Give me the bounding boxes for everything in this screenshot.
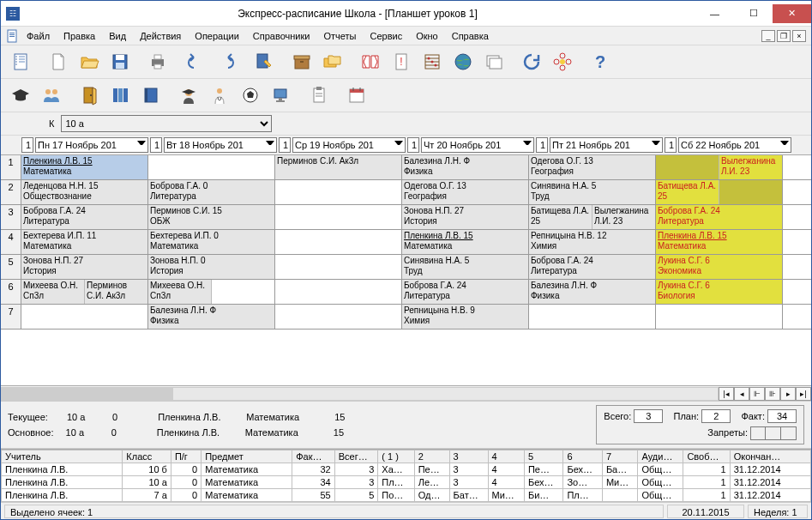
- mdi-close-button[interactable]: ×: [792, 30, 806, 42]
- chevron-down-icon[interactable]: [266, 141, 274, 149]
- schedule-cell[interactable]: [656, 305, 783, 329]
- lesson-slot[interactable]: Репницына Н.В. 9Химия: [402, 305, 528, 329]
- schedule-cell[interactable]: [275, 305, 402, 329]
- day-num-input-3[interactable]: [407, 137, 419, 153]
- lesson-slot[interactable]: [275, 305, 401, 329]
- lesson-slot[interactable]: Балезина Л.Н. ФФизика: [402, 155, 528, 179]
- schedule-cell[interactable]: Батищева Л.А. 25: [656, 180, 783, 204]
- lesson-slot[interactable]: Синявина Н.А. 5Труд: [529, 180, 655, 204]
- menu-2[interactable]: Вид: [102, 29, 133, 43]
- lesson-slot[interactable]: Перминов С.И. Ак3л: [85, 280, 147, 304]
- open-icon[interactable]: [75, 47, 104, 76]
- schedule-cell[interactable]: Пленкина Л.В. 15Математика: [656, 230, 783, 254]
- lesson-slot[interactable]: [275, 180, 401, 204]
- schedule-cell[interactable]: Одегова О.Г. 13География: [402, 180, 529, 204]
- lesson-slot[interactable]: Боброва Г.А. 24Литература: [21, 205, 147, 229]
- mdi-minimize-button[interactable]: _: [761, 30, 775, 42]
- lesson-slot[interactable]: Зонова Н.П. 0История: [148, 255, 274, 279]
- scroll-last-icon[interactable]: ▸|: [796, 387, 811, 401]
- lesson-slot[interactable]: Балезина Л.Н. ФФизика: [148, 305, 274, 329]
- schedule-cell[interactable]: Балезина Л.Н. ФФизика: [529, 280, 656, 304]
- schedule-cell[interactable]: Перминов С.И. 15ОБЖ: [148, 205, 275, 229]
- redo-icon[interactable]: [212, 47, 241, 76]
- maximize-button[interactable]: ☐: [734, 4, 773, 23]
- schedule-cell[interactable]: Батищева Л.А. 25Вылегжанина Л.И. 23: [529, 205, 656, 229]
- table-header[interactable]: 7: [602, 450, 638, 463]
- clipboard-icon[interactable]: [304, 81, 334, 110]
- lesson-slot[interactable]: Бехтерева И.П. 11Математика: [21, 230, 147, 254]
- lesson-slot[interactable]: Репницына Н.В. 12Химия: [529, 230, 655, 254]
- archive-icon[interactable]: [287, 47, 316, 76]
- day-num-input-0[interactable]: [21, 137, 33, 153]
- lesson-slot[interactable]: Пленкина Л.В. 15Математика: [656, 230, 782, 254]
- day-date-picker-0[interactable]: Пн 17 Ноябрь 201: [35, 137, 148, 153]
- document-alert-icon[interactable]: !: [387, 47, 416, 76]
- book-open-icon[interactable]: [356, 47, 385, 76]
- minimize-button[interactable]: —: [695, 4, 734, 23]
- schedule-cell[interactable]: [529, 305, 656, 329]
- chevron-down-icon[interactable]: [780, 141, 789, 149]
- lesson-slot[interactable]: Батищева Л.А. 25: [529, 205, 592, 229]
- lesson-slot[interactable]: Зонова Н.П. 27История: [402, 205, 528, 229]
- schedule-cell[interactable]: Вылегжанина Л.И. 23: [656, 155, 783, 179]
- lesson-slot[interactable]: Лукина С.Г. 6Биология: [656, 280, 782, 304]
- table-header[interactable]: П/г: [171, 450, 201, 463]
- lesson-slot[interactable]: Боброва Г.А. 24Литература: [529, 255, 655, 279]
- schedule-cell[interactable]: [21, 305, 148, 329]
- calendar-icon[interactable]: [342, 81, 371, 110]
- day-num-input-1[interactable]: [150, 137, 162, 153]
- refresh-icon[interactable]: [517, 47, 546, 76]
- day-date-picker-1[interactable]: Вт 18 Ноябрь 201: [164, 137, 277, 153]
- lesson-slot[interactable]: Зонова Н.П. 27История: [21, 255, 147, 279]
- lesson-slot[interactable]: Боброва Г.А. 0Литература: [148, 180, 274, 204]
- schedule-cell[interactable]: Зонова Н.П. 0История: [148, 255, 275, 279]
- lesson-slot[interactable]: Перминов С.И. Ак3л: [275, 155, 401, 179]
- schedule-cell[interactable]: Зонова Н.П. 27История: [402, 205, 529, 229]
- abacus-icon[interactable]: [418, 47, 447, 76]
- table-header[interactable]: 2: [414, 450, 449, 463]
- menu-3[interactable]: Действия: [133, 29, 188, 43]
- menu-7[interactable]: Сервис: [363, 29, 409, 43]
- lesson-slot[interactable]: [275, 205, 401, 229]
- lesson-slot[interactable]: Одегова О.Г. 13География: [529, 155, 655, 179]
- schedule-cell[interactable]: [275, 255, 402, 279]
- lesson-slot[interactable]: Одегова О.Г. 13География: [402, 180, 528, 204]
- schedule-cell[interactable]: Боброва Г.А. 24Литература: [529, 255, 656, 279]
- lesson-slot[interactable]: Синявина Н.А. 5Труд: [402, 255, 528, 279]
- day-num-input-4[interactable]: [536, 137, 548, 153]
- scroll-prev2-icon[interactable]: ⊩: [749, 387, 765, 401]
- schedule-cell[interactable]: Пленкина Л.В. 15Математика: [21, 155, 148, 179]
- day-num-input-5[interactable]: [665, 137, 677, 153]
- schedule-cell[interactable]: Лукина С.Г. 6Экономика: [656, 255, 783, 279]
- lesson-slot[interactable]: Вылегжанина Л.И. 23: [719, 155, 782, 179]
- lesson-slot[interactable]: [148, 155, 274, 179]
- menu-0[interactable]: Файл: [20, 29, 57, 43]
- scroll-prev-icon[interactable]: ◂: [734, 387, 749, 401]
- menu-4[interactable]: Операции: [188, 29, 245, 43]
- lesson-slot[interactable]: [529, 305, 655, 329]
- table-row[interactable]: Пленкина Л.В.10 а0Математика343Пл…Ле…34Б…: [2, 476, 811, 489]
- chevron-down-icon[interactable]: [137, 141, 146, 149]
- lesson-slot[interactable]: Боброва Г.А. 24Литература: [402, 280, 528, 304]
- students-icon[interactable]: [37, 81, 66, 110]
- table-header[interactable]: Класс: [123, 450, 171, 463]
- ban-cell-1[interactable]: [750, 426, 766, 440]
- graduate-person-icon[interactable]: [174, 81, 203, 110]
- table-header[interactable]: Своб…: [683, 450, 730, 463]
- schedule-cell[interactable]: Бехтерева И.П. 11Математика: [21, 230, 148, 254]
- menu-8[interactable]: Окно: [409, 29, 445, 43]
- schedule-cell[interactable]: Бехтерева И.П. 0Математика: [148, 230, 275, 254]
- graduation-cap-icon[interactable]: [6, 81, 35, 110]
- lesson-slot[interactable]: [719, 180, 782, 204]
- books-icon[interactable]: [105, 81, 135, 110]
- chevron-down-icon[interactable]: [652, 141, 660, 149]
- computer-icon[interactable]: [267, 81, 296, 110]
- schedule-cell[interactable]: Боброва Г.А. 24Литература: [656, 205, 783, 229]
- schedule-cell[interactable]: Синявина Н.А. 5Труд: [529, 180, 656, 204]
- class-select[interactable]: 10 а: [61, 115, 272, 132]
- lesson-slot[interactable]: Михеева О.Н. Сп3л: [21, 280, 85, 304]
- save-icon[interactable]: [105, 47, 135, 76]
- close-button[interactable]: ✕: [773, 4, 811, 23]
- lesson-slot[interactable]: Бехтерева И.П. 0Математика: [148, 230, 274, 254]
- schedule-cell[interactable]: Леденцова Н.Н. 15Обществознание: [21, 180, 148, 204]
